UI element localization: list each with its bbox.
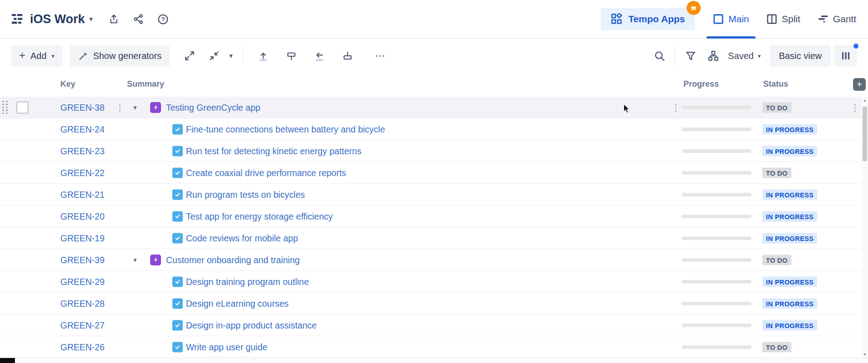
export-icon[interactable] [108,14,119,25]
collapse-all-icon[interactable] [204,46,224,66]
issue-summary[interactable]: Design training program outline [186,276,309,287]
task-icon [172,167,183,178]
issue-row[interactable]: GREEN-19 Code reviews for mobile app IN … [0,227,868,249]
issue-summary[interactable]: Create coaxial drive performance reports [186,167,346,178]
issue-row[interactable]: GREEN-20 Test app for energy storage eff… [0,206,868,227]
toolbar-left: + Add ▾ Show generators [11,45,390,67]
share-icon[interactable] [133,14,144,25]
tempo-apps-button[interactable]: Tempo Apps [601,8,695,30]
task-icon [172,189,183,200]
issue-key[interactable]: GREEN-27 [60,320,105,330]
arrow-up-from-line-icon[interactable] [253,46,273,66]
scroll-down-icon[interactable]: ▼ [862,351,868,358]
progress-bar [682,302,751,305]
issue-row[interactable]: GREEN-27 Design in-app product assistanc… [0,314,868,336]
issue-key[interactable]: GREEN-24 [60,124,105,134]
status-badge[interactable]: TO DO [762,342,791,352]
basic-view-button[interactable]: Basic view [770,45,831,67]
issue-summary[interactable]: Design eLearning courses [186,298,289,309]
row-checkbox[interactable] [16,101,29,113]
saved-dropdown[interactable]: Saved ▾ [728,51,761,61]
status-badge[interactable]: IN PROGRESS [762,124,817,134]
group-structure-icon[interactable] [703,46,723,66]
status-badge[interactable]: IN PROGRESS [762,233,817,243]
search-icon[interactable] [649,46,669,66]
placard-stem-down-icon[interactable] [281,46,301,66]
issue-summary[interactable]: Fine-tune connections between battery an… [186,124,385,134]
issue-key[interactable]: GREEN-21 [60,189,105,200]
status-badge[interactable]: TO DO [762,255,791,265]
row-menu-right[interactable]: ⋮ [851,103,859,112]
column-header-status[interactable]: Status [763,79,788,89]
status-badge[interactable]: IN PROGRESS [762,211,817,221]
row-drag-handle[interactable] [2,101,8,114]
issue-summary[interactable]: Test app for energy storage efficiency [186,211,333,221]
help-icon[interactable]: ? [157,14,169,25]
issue-row[interactable]: GREEN-22 Create coaxial drive performanc… [0,162,868,184]
progress-bar [682,193,751,196]
issue-key[interactable]: GREEN-19 [60,233,105,243]
more-menu-icon[interactable]: ⋯ [371,46,390,66]
issue-summary[interactable]: Design in-app product assistance [186,320,317,330]
expand-all-icon[interactable] [180,46,200,66]
basic-view-label: Basic view [779,51,822,61]
issue-row[interactable]: GREEN-28 Design eLearning courses IN PRO… [0,293,868,314]
status-badge[interactable]: IN PROGRESS [762,298,817,309]
vertical-scrollbar-thumb[interactable] [863,107,867,161]
issue-row[interactable]: GREEN-39 ▾ Customer onboarding and train… [0,249,868,271]
toolbar: + Add ▾ Show generators [0,39,868,73]
vertical-scrollbar[interactable]: ▲ ▼ [862,97,868,358]
issue-row[interactable]: GREEN-24 Fine-tune connections between b… [0,118,868,140]
placard-stem-up-icon[interactable] [337,46,357,66]
columns-button[interactable] [834,45,857,67]
issue-summary[interactable]: Run program tests on bicycles [186,189,305,200]
issue-key[interactable]: GREEN-26 [60,342,105,352]
issue-row[interactable]: GREEN-23 Run test for detecting kinetic … [0,140,868,162]
issue-summary[interactable]: Customer onboarding and training [166,255,300,265]
show-generators-button[interactable]: Show generators [70,45,170,67]
main-view-icon [713,14,724,25]
issue-summary[interactable]: Testing GreenCycle app [166,102,260,113]
issue-row[interactable]: GREEN-29 Design training program outline… [0,271,868,293]
issue-key[interactable]: GREEN-29 [60,276,105,287]
issue-row[interactable]: GREEN-26 Write app user guide TO DO [0,336,868,358]
row-menu-mid[interactable]: ⋮ [672,103,680,112]
filter-funnel-icon[interactable] [681,46,701,66]
issue-row[interactable]: GREEN-38 ⋮ ▾ Testing GreenCycle app ⋮ TO… [0,97,868,118]
issue-key[interactable]: GREEN-28 [60,298,105,309]
epic-disclosure[interactable]: ▾ [133,103,137,112]
issue-summary[interactable]: Write app user guide [186,342,268,352]
task-icon [172,233,183,243]
issue-key[interactable]: GREEN-39 [60,255,105,265]
scroll-up-icon[interactable]: ▲ [862,97,868,104]
status-badge[interactable]: IN PROGRESS [762,189,817,200]
tab-main[interactable]: Main [713,0,749,39]
issue-key[interactable]: GREEN-38 [60,102,105,113]
issue-summary[interactable]: Run test for detecting kinetic energy pa… [186,146,361,156]
issue-key[interactable]: GREEN-23 [60,146,105,156]
structure-chevron-down-icon[interactable]: ▾ [89,15,93,23]
epic-disclosure[interactable]: ▾ [133,256,137,264]
status-badge[interactable]: TO DO [762,167,791,178]
tab-gantt[interactable]: Gantt [818,0,856,39]
add-button[interactable]: + Add ▾ [11,45,63,67]
arrow-left-from-line-icon[interactable] [309,46,329,66]
generators-wand-icon [78,51,88,61]
add-column-button[interactable]: + [853,78,866,91]
issue-key[interactable]: GREEN-22 [60,167,105,178]
horizontal-scrollbar[interactable] [0,358,868,363]
column-header-progress[interactable]: Progress [683,79,719,89]
issue-summary[interactable]: Code reviews for mobile app [186,233,298,243]
row-menu-left[interactable]: ⋮ [116,103,124,112]
status-badge[interactable]: IN PROGRESS [762,276,817,287]
status-badge[interactable]: TO DO [762,102,791,113]
task-icon [172,342,183,352]
column-header-key[interactable]: Key [60,79,75,89]
status-badge[interactable]: IN PROGRESS [762,320,817,330]
expand-chevron-down-icon[interactable]: ▾ [224,46,238,66]
column-header-summary[interactable]: Summary [127,79,164,89]
issue-row[interactable]: GREEN-21 Run program tests on bicycles I… [0,184,868,206]
issue-key[interactable]: GREEN-20 [60,211,105,221]
status-badge[interactable]: IN PROGRESS [762,146,817,156]
tab-split[interactable]: Split [766,0,800,39]
